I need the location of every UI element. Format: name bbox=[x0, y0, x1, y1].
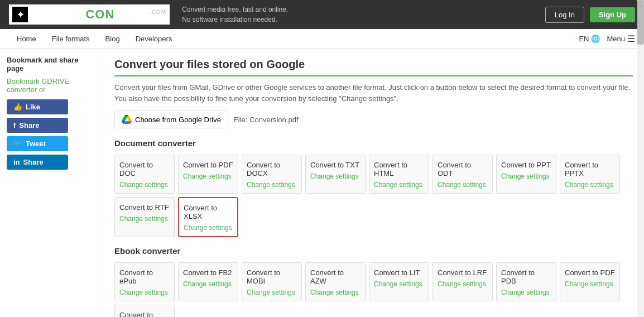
ebook-converter-grid: Convert to ePub Change settings Convert … bbox=[114, 262, 633, 317]
logo-text: ONLINE-CONVERT.COM bbox=[31, 7, 166, 22]
document-card-6[interactable]: Convert to PPT Change settings bbox=[496, 155, 556, 194]
ebook-card-0[interactable]: Convert to ePub Change settings bbox=[114, 262, 175, 301]
google-drive-button[interactable]: Choose from Google Drive bbox=[114, 111, 228, 128]
nav: Home File formats Blog Developers EN 🌐 M… bbox=[0, 29, 644, 49]
change-settings-link[interactable]: Change settings bbox=[247, 289, 297, 296]
change-settings-link[interactable]: Change settings bbox=[565, 280, 615, 288]
card-label: Convert to MOBI bbox=[247, 268, 297, 285]
card-label: Convert to TXT bbox=[310, 161, 361, 169]
scrollbar[interactable] bbox=[637, 0, 644, 317]
change-settings-link[interactable]: Change settings bbox=[501, 172, 551, 180]
nav-file-formats[interactable]: File formats bbox=[44, 29, 98, 49]
change-settings-link[interactable]: Change settings bbox=[438, 181, 488, 189]
card-label: Convert to PDB bbox=[501, 268, 551, 285]
logo-box: ✦ ONLINE-CONVERT.COM bbox=[9, 4, 170, 25]
ebook-card-4[interactable]: Convert to LIT Change settings bbox=[369, 262, 429, 301]
card-label: Convert to ePub bbox=[119, 268, 170, 285]
header: ✦ ONLINE-CONVERT.COM Convert media free,… bbox=[0, 0, 644, 29]
nav-menu[interactable]: Menu ☰ bbox=[607, 33, 635, 44]
card-label: Convert to ODT bbox=[438, 161, 488, 177]
linkedin-share-button[interactable]: in Share bbox=[7, 155, 68, 170]
document-card-4[interactable]: Convert to HTML Change settings bbox=[369, 155, 429, 194]
change-settings-link[interactable]: Change settings bbox=[438, 280, 488, 288]
document-card-5[interactable]: Convert to ODT Change settings bbox=[432, 155, 493, 194]
thumbs-up-icon: 👍 bbox=[13, 103, 22, 111]
card-label: Convert to PPT bbox=[501, 161, 551, 169]
nav-language[interactable]: EN 🌐 bbox=[579, 35, 600, 43]
change-settings-link[interactable]: Change settings bbox=[119, 181, 170, 189]
main-layout: Bookmark and share page Bookmark GDRIVE … bbox=[0, 49, 644, 317]
card-label: Convert to AZW bbox=[310, 268, 361, 285]
facebook-icon: f bbox=[13, 121, 16, 129]
sidebar-title: Bookmark and share page bbox=[7, 56, 96, 73]
card-label: Convert to DOC bbox=[119, 161, 170, 177]
document-section-title: Document converter bbox=[114, 138, 633, 148]
content-description: Convert your files from GMail, GDrive or… bbox=[114, 82, 633, 104]
card-label: Convert to LRF bbox=[438, 268, 488, 277]
nav-home[interactable]: Home bbox=[9, 29, 44, 49]
twitter-icon: 🐦 bbox=[13, 140, 22, 148]
change-settings-link[interactable]: Change settings bbox=[310, 172, 361, 180]
change-settings-link[interactable]: Change settings bbox=[310, 289, 361, 296]
page-title: Convert your files stored on Google bbox=[114, 58, 633, 76]
document-card-1[interactable]: Convert to PDF Change settings bbox=[178, 155, 238, 194]
scrollbar-thumb[interactable] bbox=[637, 0, 644, 45]
change-settings-link[interactable]: Change settings bbox=[374, 280, 424, 288]
card-label: Convert to DOCX bbox=[247, 161, 297, 177]
card-label: Convert to LIT bbox=[374, 268, 424, 277]
document-card-3[interactable]: Convert to TXT Change settings bbox=[305, 155, 366, 194]
document-card-7[interactable]: Convert to PPTX Change settings bbox=[560, 155, 620, 194]
like-button[interactable]: 👍 Like bbox=[7, 99, 68, 114]
signup-button[interactable]: Sign Up bbox=[590, 7, 635, 22]
nav-left: Home File formats Blog Developers bbox=[9, 29, 180, 49]
change-settings-link[interactable]: Change settings bbox=[184, 224, 233, 232]
card-label: Convert to FB2 bbox=[183, 268, 233, 277]
change-settings-link[interactable]: Change settings bbox=[374, 181, 424, 189]
document-card-0[interactable]: Convert to DOC Change settings bbox=[114, 155, 175, 194]
card-label: Convert to PDF bbox=[183, 161, 233, 169]
logo-icon: ✦ bbox=[12, 7, 28, 22]
change-settings-link[interactable]: Change settings bbox=[183, 280, 233, 288]
file-info: File: Conversion.pdf bbox=[234, 116, 299, 124]
card-label: Convert to PPTX bbox=[565, 161, 615, 177]
ebook-card-8[interactable]: Convert to TCR Change settings bbox=[114, 305, 175, 317]
social-buttons: 👍 Like f Share 🐦 Tweet in Share bbox=[7, 99, 96, 170]
menu-icon: ☰ bbox=[627, 33, 635, 44]
ebook-card-7[interactable]: Convert to PDF Change settings bbox=[560, 262, 620, 301]
change-settings-link[interactable]: Change settings bbox=[565, 181, 615, 189]
sidebar: Bookmark and share page Bookmark GDRIVE … bbox=[0, 49, 103, 317]
globe-icon: 🌐 bbox=[591, 35, 600, 43]
document-card-8[interactable]: Convert to RTF Change settings bbox=[114, 197, 175, 237]
twitter-tweet-button[interactable]: 🐦 Tweet bbox=[7, 136, 68, 151]
page-wrapper: ✦ ONLINE-CONVERT.COM Convert media free,… bbox=[0, 0, 644, 317]
google-drive-icon bbox=[122, 114, 132, 124]
change-settings-link[interactable]: Change settings bbox=[119, 215, 170, 223]
nav-blog[interactable]: Blog bbox=[98, 29, 128, 49]
card-label: Convert to TCR bbox=[119, 311, 170, 317]
header-tagline: Convert media free, fast and online. No … bbox=[182, 4, 288, 25]
facebook-share-button[interactable]: f Share bbox=[7, 118, 68, 133]
ebook-card-2[interactable]: Convert to MOBI Change settings bbox=[242, 262, 302, 301]
ebook-card-3[interactable]: Convert to AZW Change settings bbox=[305, 262, 366, 301]
ebook-section-title: Ebook converter bbox=[114, 246, 633, 256]
ebook-card-1[interactable]: Convert to FB2 Change settings bbox=[178, 262, 238, 301]
bookmark-link[interactable]: Bookmark GDRIVE converter or bbox=[7, 77, 96, 94]
header-logo: ✦ ONLINE-CONVERT.COM Convert media free,… bbox=[9, 4, 288, 25]
ebook-card-6[interactable]: Convert to PDB Change settings bbox=[496, 262, 556, 301]
card-label: Convert to HTML bbox=[374, 161, 424, 177]
login-button[interactable]: Log In bbox=[545, 7, 584, 23]
linkedin-icon: in bbox=[13, 158, 20, 166]
ebook-card-5[interactable]: Convert to LRF Change settings bbox=[432, 262, 493, 301]
document-card-2[interactable]: Convert to DOCX Change settings bbox=[242, 155, 302, 194]
change-settings-link[interactable]: Change settings bbox=[247, 181, 297, 189]
document-converter-grid: Convert to DOC Change settings Convert t… bbox=[114, 155, 633, 237]
card-label: Convert to XLSX bbox=[184, 204, 233, 220]
change-settings-link[interactable]: Change settings bbox=[501, 289, 551, 296]
card-label: Convert to RTF bbox=[119, 203, 170, 212]
change-settings-link[interactable]: Change settings bbox=[183, 172, 233, 180]
change-settings-link[interactable]: Change settings bbox=[119, 289, 170, 296]
card-label: Convert to PDF bbox=[565, 268, 615, 277]
header-buttons: Log In Sign Up bbox=[545, 7, 635, 23]
nav-developers[interactable]: Developers bbox=[128, 29, 180, 49]
document-card-9[interactable]: Convert to XLSX Change settings bbox=[178, 197, 238, 237]
